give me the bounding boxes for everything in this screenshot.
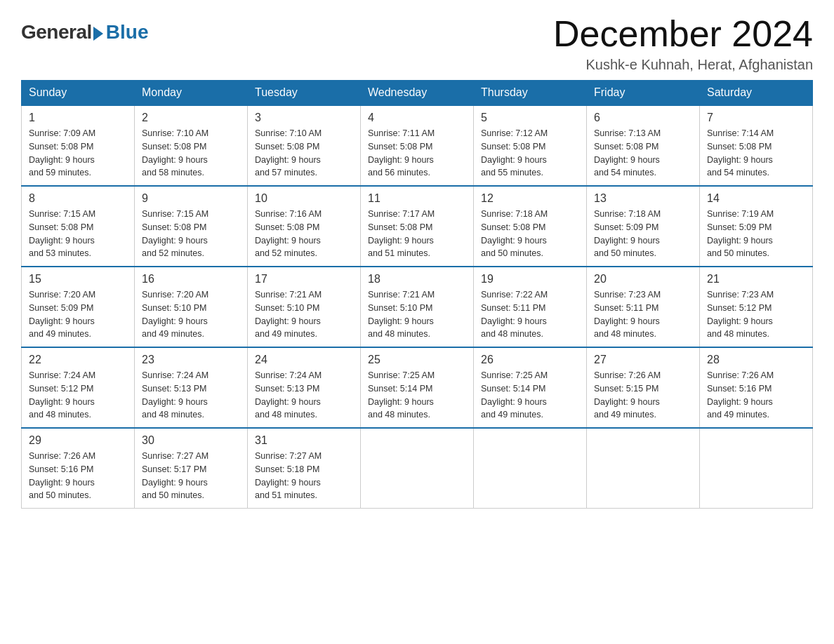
daylight-minutes: and 50 minutes. — [29, 490, 91, 500]
daylight-minutes: and 49 minutes. — [707, 410, 769, 420]
day-number: 5 — [481, 112, 579, 124]
day-info: Sunrise: 7:10 AM Sunset: 5:08 PM Dayligh… — [255, 127, 353, 180]
sunrise-label: Sunrise: 7:16 AM — [255, 209, 322, 219]
day-info: Sunrise: 7:17 AM Sunset: 5:08 PM Dayligh… — [368, 208, 466, 260]
day-number: 9 — [142, 192, 240, 205]
day-number: 30 — [142, 434, 240, 447]
sunset-label: Sunset: 5:11 PM — [481, 303, 545, 313]
daylight-minutes: and 49 minutes. — [594, 410, 656, 420]
sunrise-label: Sunrise: 7:21 AM — [255, 290, 322, 300]
daylight-minutes: and 50 minutes. — [481, 248, 543, 258]
sunset-label: Sunset: 5:08 PM — [142, 222, 206, 232]
weekday-header-monday: Monday — [135, 81, 248, 106]
daylight-minutes: and 48 minutes. — [707, 329, 769, 339]
logo-blue-text: Blue — [106, 21, 149, 43]
calendar-cell — [587, 428, 700, 509]
sunset-label: Sunset: 5:14 PM — [481, 384, 545, 394]
day-info: Sunrise: 7:25 AM Sunset: 5:14 PM Dayligh… — [481, 369, 579, 422]
calendar-table: SundayMondayTuesdayWednesdayThursdayFrid… — [21, 80, 813, 509]
sunset-label: Sunset: 5:13 PM — [255, 384, 319, 394]
sunrise-label: Sunrise: 7:24 AM — [255, 370, 322, 380]
daylight-label: Daylight: 9 hours — [594, 316, 660, 326]
sunset-label: Sunset: 5:08 PM — [368, 222, 432, 232]
daylight-label: Daylight: 9 hours — [481, 236, 547, 246]
daylight-label: Daylight: 9 hours — [707, 236, 773, 246]
sunset-label: Sunset: 5:10 PM — [255, 303, 319, 313]
day-number: 26 — [481, 354, 579, 366]
logo-arrow-icon — [93, 27, 103, 41]
day-info: Sunrise: 7:14 AM Sunset: 5:08 PM Dayligh… — [707, 127, 805, 180]
day-number: 1 — [29, 112, 127, 124]
day-number: 24 — [255, 354, 353, 366]
calendar-cell: 21 Sunrise: 7:23 AM Sunset: 5:12 PM Dayl… — [700, 267, 813, 347]
sunset-label: Sunset: 5:15 PM — [594, 384, 658, 394]
day-info: Sunrise: 7:15 AM Sunset: 5:08 PM Dayligh… — [142, 208, 240, 260]
daylight-label: Daylight: 9 hours — [707, 155, 773, 165]
daylight-minutes: and 48 minutes. — [255, 410, 317, 420]
sunset-label: Sunset: 5:17 PM — [142, 464, 206, 474]
sunset-label: Sunset: 5:08 PM — [142, 142, 206, 152]
daylight-minutes: and 48 minutes. — [142, 410, 204, 420]
sunset-label: Sunset: 5:16 PM — [707, 384, 772, 394]
day-info: Sunrise: 7:27 AM Sunset: 5:18 PM Dayligh… — [255, 450, 353, 502]
calendar-cell: 16 Sunrise: 7:20 AM Sunset: 5:10 PM Dayl… — [135, 267, 248, 347]
sunrise-label: Sunrise: 7:20 AM — [142, 290, 208, 300]
daylight-minutes: and 51 minutes. — [368, 248, 430, 258]
day-number: 15 — [29, 273, 127, 286]
day-info: Sunrise: 7:15 AM Sunset: 5:08 PM Dayligh… — [29, 208, 127, 260]
sunset-label: Sunset: 5:11 PM — [594, 303, 658, 313]
calendar-cell: 28 Sunrise: 7:26 AM Sunset: 5:16 PM Dayl… — [700, 347, 813, 428]
sunrise-label: Sunrise: 7:19 AM — [707, 209, 774, 219]
day-number: 8 — [29, 192, 127, 205]
sunrise-label: Sunrise: 7:13 AM — [594, 128, 661, 138]
day-info: Sunrise: 7:18 AM Sunset: 5:09 PM Dayligh… — [594, 208, 692, 260]
day-info: Sunrise: 7:23 AM Sunset: 5:11 PM Dayligh… — [594, 288, 692, 341]
calendar-cell: 5 Sunrise: 7:12 AM Sunset: 5:08 PM Dayli… — [474, 105, 587, 186]
sunrise-label: Sunrise: 7:18 AM — [481, 209, 548, 219]
daylight-label: Daylight: 9 hours — [29, 397, 95, 407]
daylight-label: Daylight: 9 hours — [368, 155, 434, 165]
sunrise-label: Sunrise: 7:12 AM — [481, 128, 548, 138]
sunset-label: Sunset: 5:08 PM — [29, 222, 93, 232]
sunrise-label: Sunrise: 7:26 AM — [29, 451, 95, 461]
daylight-label: Daylight: 9 hours — [255, 236, 321, 246]
day-number: 2 — [142, 112, 240, 124]
daylight-minutes: and 59 minutes. — [29, 168, 91, 177]
sunrise-label: Sunrise: 7:24 AM — [142, 370, 208, 380]
page-header: General Blue December 2024 Kushk-e Kuhna… — [21, 14, 813, 73]
daylight-minutes: and 48 minutes. — [368, 329, 430, 339]
sunset-label: Sunset: 5:09 PM — [594, 222, 658, 232]
sunset-label: Sunset: 5:08 PM — [594, 142, 658, 152]
sunset-label: Sunset: 5:09 PM — [707, 222, 772, 232]
day-number: 3 — [255, 112, 353, 124]
calendar-cell: 4 Sunrise: 7:11 AM Sunset: 5:08 PM Dayli… — [361, 105, 474, 186]
month-title: December 2024 — [553, 14, 813, 54]
calendar-cell: 6 Sunrise: 7:13 AM Sunset: 5:08 PM Dayli… — [587, 105, 700, 186]
calendar-cell: 18 Sunrise: 7:21 AM Sunset: 5:10 PM Dayl… — [361, 267, 474, 347]
daylight-minutes: and 50 minutes. — [707, 248, 769, 258]
sunrise-label: Sunrise: 7:22 AM — [481, 290, 548, 300]
weekday-header-tuesday: Tuesday — [248, 81, 361, 106]
sunset-label: Sunset: 5:10 PM — [142, 303, 206, 313]
calendar-cell: 2 Sunrise: 7:10 AM Sunset: 5:08 PM Dayli… — [135, 105, 248, 186]
sunrise-label: Sunrise: 7:20 AM — [29, 290, 95, 300]
calendar-cell — [361, 428, 474, 509]
sunset-label: Sunset: 5:16 PM — [29, 464, 93, 474]
sunrise-label: Sunrise: 7:23 AM — [707, 290, 774, 300]
sunset-label: Sunset: 5:12 PM — [707, 303, 772, 313]
daylight-label: Daylight: 9 hours — [368, 316, 434, 326]
day-number: 11 — [368, 192, 466, 205]
sunrise-label: Sunrise: 7:26 AM — [594, 370, 661, 380]
day-number: 19 — [481, 273, 579, 286]
daylight-minutes: and 50 minutes. — [594, 248, 656, 258]
daylight-minutes: and 52 minutes. — [255, 248, 317, 258]
sunset-label: Sunset: 5:08 PM — [29, 142, 93, 152]
calendar-week-row: 15 Sunrise: 7:20 AM Sunset: 5:09 PM Dayl… — [22, 267, 813, 347]
day-info: Sunrise: 7:26 AM Sunset: 5:16 PM Dayligh… — [707, 369, 805, 422]
day-info: Sunrise: 7:18 AM Sunset: 5:08 PM Dayligh… — [481, 208, 579, 260]
sunset-label: Sunset: 5:08 PM — [481, 222, 545, 232]
day-number: 4 — [368, 112, 466, 124]
sunrise-label: Sunrise: 7:15 AM — [142, 209, 208, 219]
calendar-cell: 26 Sunrise: 7:25 AM Sunset: 5:14 PM Dayl… — [474, 347, 587, 428]
day-number: 23 — [142, 354, 240, 366]
